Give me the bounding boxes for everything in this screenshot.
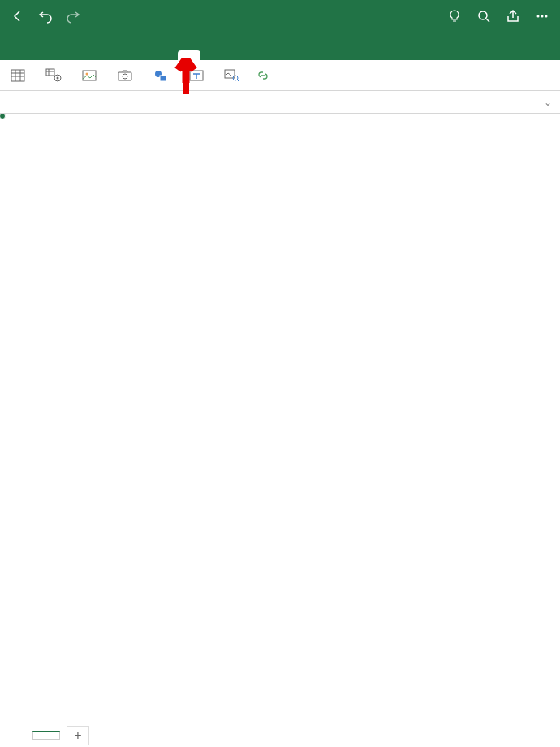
cmd-shapes[interactable] (153, 67, 174, 84)
svg-point-1 (537, 15, 540, 18)
picture-search-icon (224, 67, 240, 84)
lightbulb-icon[interactable] (446, 8, 463, 24)
search-icon[interactable] (476, 8, 492, 24)
tab-home[interactable] (132, 50, 155, 60)
chevron-down-icon[interactable]: ⌄ (544, 97, 552, 108)
photos-icon (81, 67, 97, 84)
svg-rect-4 (11, 70, 24, 81)
ribbon-tabs (0, 32, 560, 60)
formula-bar[interactable]: ⌄ (0, 91, 560, 114)
link-icon (255, 67, 271, 84)
sheet-tab-sample[interactable] (32, 731, 60, 740)
table-icon (10, 67, 26, 84)
tab-formulas[interactable] (269, 50, 291, 60)
tab-insert[interactable] (178, 50, 200, 60)
tab-draw[interactable] (223, 50, 246, 60)
tab-view[interactable] (405, 50, 428, 60)
cmd-table[interactable] (10, 67, 31, 84)
shapes-icon (153, 67, 169, 84)
cmd-picture-search[interactable] (224, 67, 240, 84)
svg-rect-13 (160, 76, 166, 81)
redo-icon[interactable] (65, 8, 81, 24)
cmd-link[interactable] (255, 67, 271, 84)
svg-point-2 (541, 15, 544, 18)
svg-point-9 (86, 72, 88, 75)
camera-icon (117, 67, 133, 84)
tab-data[interactable] (314, 50, 337, 60)
cmd-photos[interactable] (81, 67, 102, 84)
svg-point-11 (123, 74, 127, 79)
spreadsheet-grid[interactable] (0, 114, 560, 723)
share-icon[interactable] (505, 8, 521, 24)
cmd-camera[interactable] (117, 67, 138, 84)
add-sheet-button[interactable]: + (67, 726, 89, 745)
tab-review[interactable] (360, 50, 382, 60)
sheet-bar: + (0, 723, 560, 747)
data-picture-icon (45, 67, 62, 84)
undo-icon[interactable] (37, 8, 54, 24)
back-icon[interactable] (10, 8, 26, 24)
svg-point-3 (545, 15, 548, 18)
ribbon-commands (0, 60, 560, 91)
svg-point-0 (479, 11, 487, 19)
selection-box (0, 114, 3, 117)
svg-rect-5 (46, 69, 54, 76)
titlebar (0, 0, 560, 32)
cmd-data-from-picture[interactable] (45, 67, 67, 84)
svg-point-7 (57, 76, 59, 79)
cmd-text-box[interactable] (188, 67, 209, 84)
textbox-icon (188, 67, 205, 84)
more-icon[interactable] (534, 8, 550, 24)
